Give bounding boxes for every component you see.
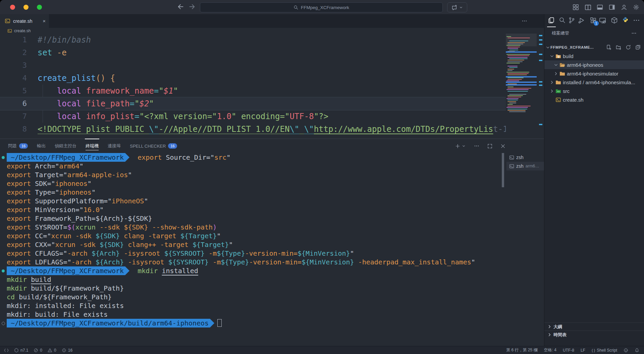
outline-section[interactable]: 大綱 bbox=[544, 322, 644, 331]
tree-root-ffmpeg-xcframework[interactable]: FFMPEG_XCFRAME... bbox=[544, 43, 644, 52]
status-item-3[interactable]: LF bbox=[581, 348, 585, 353]
tree-item-installed-arm64-iphonesimula-[interactable]: installed / arm64-iphonesimula... bbox=[544, 78, 644, 87]
code-line-7[interactable]: 7 local info_plist="<?xml version="1.0" … bbox=[0, 110, 506, 123]
feedback-icon bbox=[624, 348, 628, 353]
info-icon bbox=[62, 348, 66, 353]
status-error-2[interactable]: 0 bbox=[34, 348, 42, 353]
status-item-0[interactable]: 第 6 行，第 25 欄 bbox=[506, 347, 537, 353]
tree-item-build[interactable]: build bbox=[544, 52, 644, 60]
maximize-panel-icon[interactable] bbox=[487, 144, 492, 149]
navigate-forward-icon[interactable] bbox=[189, 3, 196, 10]
code-line-6[interactable]: 6 local file_path="$2" bbox=[0, 97, 506, 110]
code-editor[interactable]: 1#!/bin/bash2set -e34create_plist() {5 l… bbox=[0, 34, 544, 139]
minimap-line bbox=[506, 72, 529, 72]
panel-tab-連接埠[interactable]: 連接埠 bbox=[108, 139, 121, 153]
command-success-decoration-icon[interactable] bbox=[2, 156, 5, 159]
status-label: 0 bbox=[54, 348, 56, 353]
activity-package-explorer-button[interactable] bbox=[611, 17, 618, 24]
collapse-folders-button[interactable] bbox=[635, 45, 641, 50]
status-bell[interactable] bbox=[635, 348, 639, 353]
terminal-tab-zsh[interactable]: zsharm6… bbox=[506, 162, 544, 170]
tree-item-arm64-iphonesimulator[interactable]: arm64-iphonesimulator bbox=[544, 69, 644, 78]
settings-gear-button[interactable] bbox=[633, 4, 639, 10]
terminal-line: export Framework_Path=${Arch}-${SDK} bbox=[0, 214, 502, 223]
close-window-button[interactable] bbox=[10, 5, 15, 10]
customize-layout-button[interactable] bbox=[573, 4, 579, 10]
copilot-button[interactable] bbox=[447, 2, 467, 12]
activity-python-button[interactable] bbox=[623, 17, 628, 22]
close-panel-icon[interactable] bbox=[500, 144, 505, 149]
prompt-path-badge: ~/Desktop/FFMpeg_XCFramework bbox=[7, 266, 125, 275]
command-center-search[interactable]: FFMpeg_XCFramework bbox=[200, 2, 443, 12]
activity-remote-explorer-button[interactable] bbox=[599, 17, 606, 24]
new-folder-button[interactable] bbox=[616, 45, 621, 50]
status-item-2[interactable]: UTF-8 bbox=[563, 348, 574, 353]
minimap-line bbox=[507, 44, 523, 44]
zoom-window-button[interactable] bbox=[37, 5, 42, 10]
code-line-3[interactable]: 3 bbox=[0, 59, 506, 72]
more-actions-icon[interactable] bbox=[522, 18, 527, 24]
status-info-4[interactable]: 16 bbox=[62, 348, 72, 353]
chevron-right-icon bbox=[547, 332, 552, 337]
terminal-line: export SYSROOT=$(xcrun --sdk ${SDK} --sh… bbox=[0, 223, 502, 232]
timeline-section[interactable]: 時間表 bbox=[544, 331, 644, 339]
terminal-tab-zsh[interactable]: zsh bbox=[506, 153, 544, 162]
terminal-line: export Type="iphoneos" bbox=[0, 188, 502, 197]
status-braces-4[interactable]: { }Shell Script bbox=[592, 348, 617, 353]
status-feedback[interactable] bbox=[624, 348, 628, 353]
minimap-line bbox=[506, 63, 520, 63]
explorer-more-icon[interactable] bbox=[631, 31, 637, 36]
new-file-button[interactable] bbox=[606, 45, 611, 50]
new-terminal-icon[interactable] bbox=[455, 144, 460, 149]
tree-item-arm64-iphoneos[interactable]: arm64-iphoneos bbox=[544, 60, 644, 69]
navigate-back-icon[interactable] bbox=[177, 3, 184, 10]
status-warning-3[interactable]: 0 bbox=[48, 348, 56, 353]
status-node-hex-1[interactable]: n7.1 bbox=[14, 348, 28, 353]
panel-tab-問題[interactable]: 問題16 bbox=[8, 139, 28, 153]
minimap-line bbox=[507, 42, 525, 43]
code-line-1[interactable]: 1#!/bin/bash bbox=[0, 34, 506, 46]
code-text: set -e bbox=[38, 46, 506, 59]
minimap-slider[interactable] bbox=[506, 34, 537, 46]
close-tab-icon[interactable]: × bbox=[43, 18, 46, 24]
status-remote[interactable] bbox=[4, 348, 9, 353]
tree-item-create-sh[interactable]: create.sh bbox=[544, 95, 644, 104]
panel-tab-SPELL CHECKER[interactable]: SPELL CHECKER16 bbox=[130, 139, 177, 153]
panel-tab-terminal-active[interactable]: 終端機 bbox=[86, 139, 99, 153]
code-line-8[interactable]: 8<!DOCTYPE plist PUBLIC \"-//Apple//DTD … bbox=[0, 123, 506, 136]
code-line-4[interactable]: 4create_plist() { bbox=[0, 72, 506, 85]
prompt-path-badge: ~/Desktop/FFMpeg_XCFramework/build/arm64… bbox=[7, 319, 210, 327]
refresh-explorer-button[interactable] bbox=[626, 45, 631, 50]
terminal-scrollbar[interactable] bbox=[502, 153, 504, 187]
shell-file-icon bbox=[5, 18, 10, 24]
terminal[interactable]: ~/Desktop/FFMpeg_XCFramework export Sour… bbox=[0, 153, 502, 327]
bell-icon bbox=[635, 348, 639, 353]
chevron-right-icon bbox=[549, 89, 554, 94]
breadcrumb[interactable]: create.sh bbox=[0, 28, 551, 34]
activity-search-button[interactable] bbox=[559, 17, 566, 24]
tab-create-sh[interactable]: create.sh × bbox=[0, 14, 49, 28]
minimap-line bbox=[507, 60, 524, 60]
split-editor-right-button[interactable] bbox=[585, 4, 591, 10]
activity-explorer-button[interactable] bbox=[548, 17, 555, 24]
toggle-panel-button[interactable] bbox=[597, 4, 603, 10]
minimize-window-button[interactable] bbox=[23, 5, 29, 10]
tree-item-src[interactable]: <>src bbox=[544, 87, 644, 95]
account-button[interactable] bbox=[621, 4, 627, 10]
code-text: #!/bin/bash bbox=[38, 34, 506, 46]
code-line-5[interactable]: 5 local framework_name="$1" bbox=[0, 85, 506, 97]
panel-tab-輸出[interactable]: 輸出 bbox=[37, 139, 46, 153]
terminal-square-icon bbox=[509, 164, 514, 169]
command-success-decoration-icon[interactable] bbox=[2, 269, 5, 272]
panel-tab-偵錯主控台[interactable]: 偵錯主控台 bbox=[55, 139, 76, 153]
command-pending-decoration-icon[interactable] bbox=[2, 322, 5, 325]
activity-source-control-button[interactable] bbox=[568, 17, 575, 24]
minimap[interactable] bbox=[506, 34, 537, 139]
code-line-2[interactable]: 2set -e bbox=[0, 46, 506, 59]
activity-run-debug-button[interactable] bbox=[578, 17, 585, 24]
toggle-secondary-sidebar-button[interactable] bbox=[609, 4, 615, 10]
activity-more-views-button[interactable] bbox=[633, 17, 640, 24]
terminal-dropdown-icon[interactable] bbox=[462, 144, 466, 148]
panel-more-icon[interactable] bbox=[474, 143, 479, 149]
status-item-1[interactable]: 空格: 4 bbox=[544, 347, 556, 353]
